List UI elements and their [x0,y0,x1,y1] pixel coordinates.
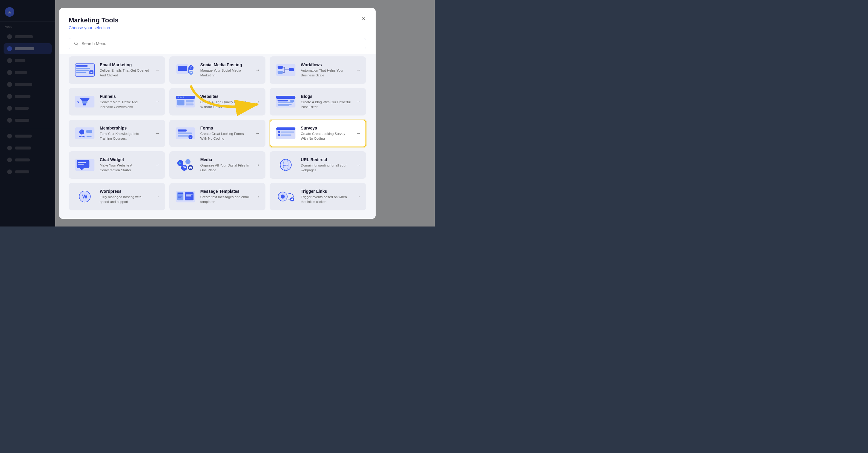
card-icon-websites [175,94,196,109]
svg-text:#: # [190,66,192,69]
card-title-funnels: Funnels [100,94,151,99]
card-title-trigger-links: Trigger Links [301,189,352,194]
card-title-websites: Websites [200,94,251,99]
card-forms[interactable]: ✓ Forms Create Great Looking Forms With … [169,120,266,147]
svg-rect-49 [276,127,296,130]
card-chat-widget[interactable]: Chat Widget Make Your Website A Conversa… [69,151,165,179]
svg-point-39 [79,129,84,134]
card-funnels[interactable]: Funnels Convert More Traffic And Increas… [69,88,165,116]
svg-point-27 [182,96,184,98]
svg-point-0 [75,42,78,44]
card-memberships[interactable]: Memberships Turn Your Knowledge Into Tra… [69,120,165,147]
card-title-blogs: Blogs [301,94,352,99]
svg-rect-18 [289,68,294,71]
card-icon-email-marketing: ✉ [74,62,96,78]
svg-point-26 [180,96,182,98]
card-content-media: Media Organize All Your Digital Files In… [200,157,251,172]
card-arrow-url-redirect: → [356,162,361,168]
card-content-wordpress: Wordpress Fully managed hosting with spe… [100,189,151,204]
card-trigger-links[interactable]: Trigger Links Trigger events based on wh… [270,183,366,211]
card-icon-wordpress: W [74,189,96,204]
svg-text:✉: ✉ [90,71,93,74]
svg-rect-6 [76,72,86,72]
card-icon-media: 🐦 f [175,157,196,173]
card-arrow-chat-widget: → [155,162,160,168]
close-button[interactable]: × [359,14,368,24]
svg-rect-84 [186,195,191,196]
card-content-funnels: Funnels Convert More Traffic And Increas… [100,94,151,109]
svg-rect-58 [78,162,86,163]
card-desc-wordpress: Fully managed hosting with speed and sup… [100,195,151,204]
card-arrow-message-templates: → [255,194,260,199]
card-message-templates[interactable]: Message Templates Create text messages a… [169,183,266,211]
card-title-wordpress: Wordpress [100,189,151,194]
card-surveys[interactable]: ✓ ✓ Surveys Create Great Looking Survey … [270,120,366,147]
card-desc-websites: Create A High Quality Website Without Li… [200,100,251,109]
card-media[interactable]: 🐦 f Media Organize All Your Digital File… [169,151,266,179]
svg-rect-4 [76,67,90,68]
card-url-redirect[interactable]: www URL Redirect Domain forwarding for a… [270,151,366,179]
card-arrow-blogs: → [356,99,361,104]
svg-point-25 [177,96,179,98]
svg-point-67 [190,167,191,168]
card-desc-trigger-links: Trigger events based on when the link is… [301,195,352,204]
svg-rect-5 [76,69,89,70]
card-icon-surveys: ✓ ✓ [275,126,297,141]
card-icon-chat-widget [74,157,96,173]
svg-rect-86 [186,198,190,198]
card-content-websites: Websites Create A High Quality Website W… [200,94,251,109]
card-wordpress[interactable]: W Wordpress Fully managed hosting with s… [69,183,165,211]
card-desc-blogs: Create A Blog With Our Powerful Post Edi… [301,100,352,109]
svg-rect-55 [281,134,291,135]
card-title-workflows: Workflows [301,62,352,67]
card-arrow-funnels: → [155,99,160,104]
card-workflows[interactable]: Workflows Automation That Helps Your Bus… [270,56,366,84]
card-icon-blogs [275,94,297,109]
card-email-marketing[interactable]: ✉ Email Marketing Deliver Emails That Ge… [69,56,165,84]
card-icon-social-media: # ♥ [175,62,196,78]
svg-rect-35 [278,104,292,105]
card-title-memberships: Memberships [100,126,151,130]
card-icon-workflows [275,62,297,78]
card-title-media: Media [200,157,251,162]
svg-rect-81 [178,197,181,198]
card-websites[interactable]: Websites Create A High Quality Website W… [169,88,266,116]
modal-title: Marketing Tools [69,17,366,24]
card-icon-memberships [74,126,96,141]
svg-rect-59 [78,164,84,165]
card-title-url-redirect: URL Redirect [301,157,352,162]
card-content-trigger-links: Trigger Links Trigger events based on wh… [301,189,352,204]
card-content-email-marketing: Email Marketing Deliver Emails That Get … [100,62,151,77]
card-arrow-forms: → [255,131,260,136]
svg-text:♥: ♥ [190,71,192,74]
card-desc-workflows: Automation That Helps Your Business Scal… [301,68,352,77]
svg-rect-79 [178,195,182,195]
svg-rect-16 [278,66,283,69]
svg-rect-83 [186,194,192,195]
search-box [69,38,366,49]
card-content-chat-widget: Chat Widget Make Your Website A Conversa… [100,157,151,172]
svg-rect-82 [185,192,193,200]
card-blogs[interactable]: Blogs Create A Blog With Our Powerful Po… [270,88,366,116]
svg-rect-22 [83,103,86,105]
card-arrow-websites: → [255,99,260,104]
card-content-surveys: Surveys Create Great Looking Survey With… [301,126,352,141]
svg-rect-37 [290,100,294,102]
svg-text:www: www [283,164,288,166]
svg-point-88 [281,194,285,198]
card-arrow-email-marketing: → [155,67,160,73]
svg-rect-38 [75,127,95,139]
svg-rect-28 [177,100,184,105]
svg-rect-36 [278,105,289,106]
card-content-memberships: Memberships Turn Your Knowledge Into Tra… [100,126,151,141]
card-desc-surveys: Create Great Looking Survey With No Codi… [301,131,352,141]
card-social-media[interactable]: # ♥ Social Media Posting Manage Your Soc… [169,56,266,84]
search-container [59,35,376,54]
svg-text:W: W [82,193,88,199]
card-content-workflows: Workflows Automation That Helps Your Bus… [301,62,352,77]
card-desc-chat-widget: Make Your Website A Conversation Starter [100,163,151,172]
card-desc-email-marketing: Deliver Emails That Get Opened And Click… [100,68,151,77]
svg-point-41 [89,130,92,133]
search-input[interactable] [82,41,361,46]
card-arrow-trigger-links: → [356,194,361,199]
